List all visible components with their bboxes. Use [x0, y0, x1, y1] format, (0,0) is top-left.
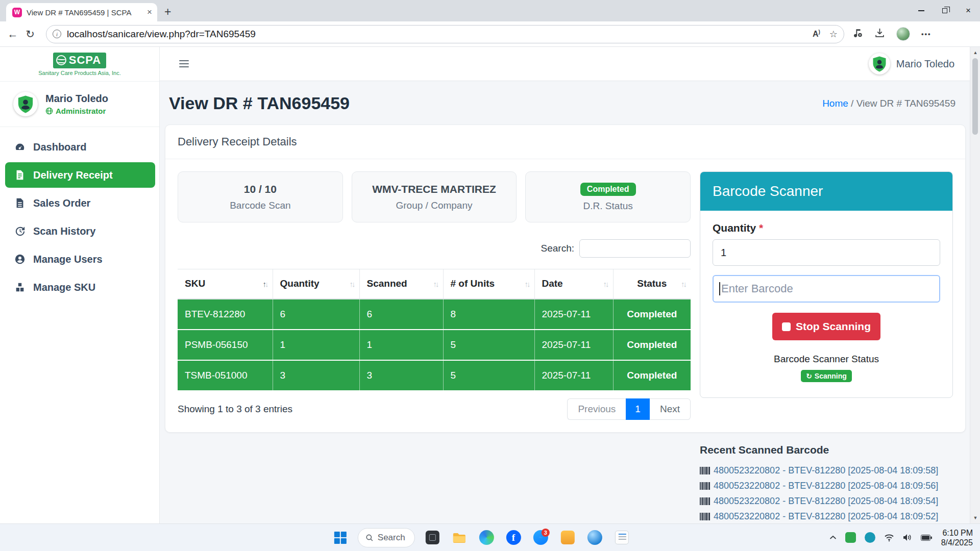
- column-header-date[interactable]: Date↑↓: [534, 269, 613, 299]
- stat-barcode-scan: 10 / 10 Barcode Scan: [178, 171, 343, 222]
- taskbar-messenger[interactable]: 3: [531, 528, 550, 547]
- taskbar-search-label: Search: [378, 533, 405, 543]
- sidebar-item-manage-users[interactable]: Manage Users: [5, 246, 155, 272]
- globe-icon: [45, 107, 53, 115]
- sidebar-item-label: Scan History: [33, 226, 95, 237]
- tray-teal-app-icon[interactable]: [865, 532, 875, 543]
- scroll-down-arrow-icon[interactable]: ▼: [970, 515, 980, 520]
- window-controls: ×: [910, 0, 980, 21]
- new-tab-button[interactable]: +: [164, 5, 171, 18]
- sidebar-item-dashboard[interactable]: Dashboard: [5, 134, 155, 160]
- read-aloud-icon[interactable]: A): [813, 29, 820, 39]
- topbar-user-name: Mario Toledo: [896, 58, 954, 70]
- windows-taskbar: Search f 3: [0, 523, 980, 551]
- column-header-units[interactable]: # of Units↑↓: [443, 269, 534, 299]
- pagination: Previous 1 Next: [567, 398, 691, 420]
- stats-row: 10 / 10 Barcode Scan WMV-TRECE MARTIREZ …: [178, 171, 691, 222]
- logo-text: SCPA: [69, 54, 102, 67]
- window-restore-button[interactable]: [933, 0, 957, 21]
- battery-icon[interactable]: [921, 535, 933, 541]
- browser-menu-icon[interactable]: •••: [921, 30, 932, 38]
- tray-green-app-icon[interactable]: [845, 532, 856, 543]
- table-row[interactable]: BTEV-812280 6 6 8 2025-07-11 Completed: [178, 299, 691, 330]
- cell-quantity: 1: [273, 330, 359, 360]
- window-minimize-button[interactable]: [910, 0, 933, 21]
- app-logo[interactable]: SCPA Sanitary Care Products Asia, Inc.: [0, 47, 159, 82]
- wifi-icon[interactable]: [884, 534, 894, 542]
- text-cursor: [719, 282, 720, 295]
- media-controls-icon[interactable]: [852, 28, 863, 40]
- column-header-quantity[interactable]: Quantity↑↓: [273, 269, 359, 299]
- cell-scanned: 3: [359, 360, 443, 391]
- sidebar-user-name: Mario Toledo: [45, 93, 108, 105]
- windows-logo-icon: [334, 532, 347, 544]
- hamburger-menu-icon[interactable]: [179, 58, 189, 69]
- sidebar-item-manage-sku[interactable]: Manage SKU: [5, 274, 155, 300]
- tab-close-icon[interactable]: ×: [147, 7, 152, 17]
- sidebar-item-sales-order[interactable]: Sales Order: [5, 190, 155, 216]
- delivery-receipt-file-icon: [14, 169, 26, 181]
- cell-status: Completed: [613, 299, 691, 330]
- stat-dr-status: Completed D.R. Status: [525, 171, 691, 222]
- app-topbar: Mario Toledo: [160, 47, 970, 81]
- taskbar-file-explorer[interactable]: [450, 528, 469, 547]
- window-close-button[interactable]: ×: [957, 0, 980, 21]
- volume-icon[interactable]: [903, 534, 912, 541]
- column-header-status[interactable]: Status↑↓: [613, 269, 691, 299]
- taskbar-notepad[interactable]: [612, 528, 631, 547]
- table-search-input[interactable]: [579, 239, 691, 258]
- start-button[interactable]: [331, 528, 350, 547]
- taskbar-app-amber[interactable]: [558, 528, 577, 547]
- sidebar-nav: Dashboard Delivery Receipt Sales Order S…: [0, 127, 159, 310]
- browser-profile-avatar[interactable]: [896, 27, 910, 41]
- quantity-input[interactable]: [713, 239, 940, 266]
- sidebar-item-scan-history[interactable]: Scan History: [5, 218, 155, 244]
- stop-scanning-button[interactable]: Stop Scanning: [772, 313, 880, 340]
- browser-tab[interactable]: W View DR # TAN695459 | SCPA ×: [6, 3, 157, 21]
- amber-app-icon: [560, 531, 574, 544]
- pagination-previous-button[interactable]: Previous: [567, 398, 626, 420]
- column-header-sku[interactable]: SKU↑↓: [178, 269, 273, 299]
- taskbar-edge[interactable]: [477, 528, 496, 547]
- table-row[interactable]: PSMB-056150 1 1 5 2025-07-11 Completed: [178, 330, 691, 360]
- column-header-scanned[interactable]: Scanned↑↓: [359, 269, 443, 299]
- system-tray: 6:10 PM 8/4/2025: [829, 528, 973, 547]
- favorites-star-icon[interactable]: ☆: [829, 29, 838, 40]
- barcode-icon: [700, 497, 710, 505]
- tray-chevron-up-icon[interactable]: [829, 535, 837, 540]
- toolbar-right: •••: [852, 27, 941, 41]
- table-search-row: Search:: [178, 239, 691, 258]
- taskbar-clock[interactable]: 6:10 PM 8/4/2025: [941, 528, 973, 547]
- sidebar-item-label: Manage SKU: [33, 282, 95, 293]
- sidebar-item-delivery-receipt[interactable]: Delivery Receipt: [5, 162, 155, 188]
- sidebar-item-label: Dashboard: [33, 141, 86, 153]
- barcode-scanner-panel: Barcode Scanner Quantity *: [700, 171, 953, 398]
- barcode-input[interactable]: [713, 275, 940, 303]
- pagination-next-button[interactable]: Next: [650, 398, 691, 420]
- scroll-up-arrow-icon[interactable]: ▲: [970, 50, 980, 55]
- page-scrollbar[interactable]: ▲ ▼: [970, 47, 980, 523]
- sort-icon: ↑↓: [603, 280, 608, 288]
- url-text[interactable]: localhost/sanicare/view.php?dr=TAN695459: [67, 29, 803, 40]
- taskbar-search[interactable]: Search: [358, 528, 415, 547]
- refresh-button[interactable]: ↻: [21, 28, 39, 40]
- breadcrumb-home-link[interactable]: Home: [822, 98, 848, 109]
- topbar-user[interactable]: Mario Toledo: [869, 53, 954, 74]
- stat-label: D.R. Status: [583, 201, 633, 212]
- downloads-icon[interactable]: [874, 28, 885, 40]
- taskbar-app-dark[interactable]: [423, 528, 442, 547]
- address-bar[interactable]: i localhost/sanicare/view.php?dr=TAN6954…: [46, 25, 844, 43]
- taskbar-facebook[interactable]: f: [504, 528, 523, 547]
- sidebar-item-label: Delivery Receipt: [33, 169, 113, 181]
- user-circle-icon: [14, 254, 26, 265]
- scanning-status-badge: ↻ Scanning: [801, 370, 852, 382]
- table-row[interactable]: TSMB-051000 3 3 5 2025-07-11 Completed: [178, 360, 691, 391]
- back-button[interactable]: ←: [4, 28, 21, 40]
- taskbar-edge-profile[interactable]: [585, 528, 604, 547]
- pagination-page-1-button[interactable]: 1: [626, 398, 650, 420]
- barcode-icon: [700, 482, 710, 490]
- scanned-barcode-entry: 4800523220802 - BTEV-812280 [2025-08-04 …: [700, 463, 966, 479]
- site-info-icon[interactable]: i: [53, 30, 61, 38]
- cell-quantity: 6: [273, 299, 359, 330]
- scrollbar-thumb[interactable]: [972, 58, 978, 135]
